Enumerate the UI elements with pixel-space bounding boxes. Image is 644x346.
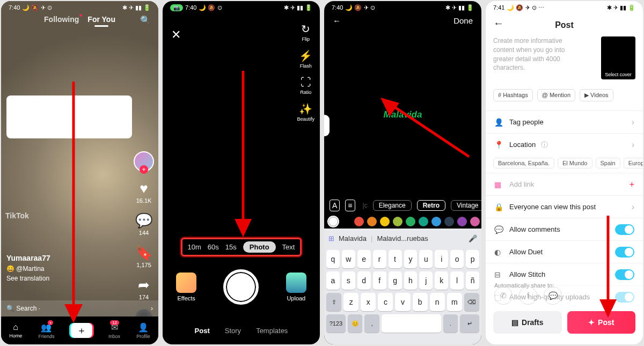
key[interactable]: u — [419, 250, 433, 268]
tab-post[interactable]: Post — [195, 327, 210, 335]
opt-add-link[interactable]: ▦Add link+ — [486, 173, 643, 195]
key[interactable]: l — [450, 271, 464, 290]
tab-story[interactable]: Story — [225, 327, 241, 335]
key[interactable]: . — [443, 314, 458, 333]
opt-tag-people[interactable]: 👤Tag people› — [486, 111, 643, 133]
color-swatch[interactable] — [341, 217, 351, 226]
key[interactable]: r — [373, 250, 386, 268]
key[interactable]: ?123 — [326, 314, 346, 333]
align-icon[interactable]: ≡ — [345, 200, 355, 211]
suggestion-1[interactable]: Malavida — [339, 234, 367, 242]
author-avatar[interactable]: + — [134, 151, 154, 172]
nav-profile[interactable]: 👤Profile — [136, 322, 150, 339]
key[interactable]: c — [378, 293, 393, 311]
post-button[interactable]: ✦ Post — [567, 311, 636, 334]
key[interactable]: f — [373, 271, 386, 290]
opt-comments[interactable]: 💬Allow comments — [486, 218, 643, 240]
close-icon[interactable]: ✕ — [171, 28, 181, 42]
location-chip[interactable]: Spain — [596, 158, 620, 168]
mode-15s[interactable]: 15s — [225, 243, 237, 251]
beautify-button[interactable]: ✨Beautify — [297, 102, 314, 122]
drafts-button[interactable]: ▤ Drafts — [493, 311, 562, 334]
key[interactable]: v — [395, 293, 410, 311]
text-style-icon[interactable]: A — [330, 200, 340, 211]
key[interactable]: h — [404, 271, 418, 290]
nav-create[interactable]: ＋ — [71, 323, 92, 338]
done-button[interactable]: Done — [453, 16, 473, 25]
key[interactable]: q — [326, 250, 340, 268]
font-elegance[interactable]: Elegance — [373, 200, 412, 211]
font-vintage[interactable]: Vintage — [451, 200, 481, 211]
opt-duet[interactable]: ◐Allow Duet — [486, 240, 643, 263]
key[interactable]: g — [389, 271, 402, 290]
caption-input[interactable]: Create more informative content when you… — [493, 36, 579, 72]
color-swatch[interactable] — [444, 217, 454, 226]
flip-button[interactable]: ↻Flip — [301, 23, 310, 42]
location-chip[interactable]: El Mundo — [558, 158, 592, 168]
key[interactable]: o — [450, 250, 464, 268]
share-whatsapp-icon[interactable]: ✆ — [494, 286, 513, 305]
mode-10m[interactable]: 10m — [188, 243, 201, 251]
key[interactable]: j — [419, 271, 433, 290]
color-swatch[interactable] — [457, 217, 467, 226]
key[interactable]: a — [326, 271, 340, 290]
select-cover[interactable]: Select cover — [601, 36, 635, 79]
location-chip[interactable]: Europa — [624, 158, 643, 168]
key[interactable]: 😊 — [348, 314, 363, 333]
color-swatch[interactable] — [419, 217, 428, 226]
key[interactable]: ⇧ — [326, 293, 341, 311]
tab-foryou[interactable]: For You — [87, 15, 115, 24]
color-swatch[interactable] — [470, 217, 480, 226]
color-swatch[interactable] — [328, 217, 338, 226]
chip-mention[interactable]: @ Mention — [537, 89, 575, 101]
color-swatch[interactable] — [367, 217, 377, 226]
search-icon[interactable]: 🔍 — [140, 15, 151, 25]
opt-privacy[interactable]: 🔒Everyone can view this post› — [486, 195, 643, 218]
key[interactable]: n — [430, 293, 445, 311]
key[interactable]: z — [343, 293, 358, 311]
key[interactable]: w — [342, 250, 355, 268]
nav-friends[interactable]: 👥Friends• — [38, 322, 54, 339]
font-retro[interactable]: Retro — [417, 200, 445, 211]
key[interactable]: p — [466, 250, 479, 268]
color-swatch[interactable] — [393, 217, 402, 226]
nav-inbox[interactable]: ✉Inbox12 — [108, 322, 120, 339]
key[interactable]: b — [413, 293, 428, 311]
upload-button[interactable]: Upload — [286, 273, 306, 301]
share-facebook-icon[interactable]: f — [519, 286, 537, 305]
suggestion-2[interactable]: Malavid...ruebas — [377, 234, 428, 242]
chip-videos[interactable]: ▶ Videos — [580, 89, 613, 101]
key[interactable]: t — [389, 250, 402, 268]
color-swatch[interactable] — [406, 217, 415, 226]
color-swatch[interactable] — [354, 217, 364, 226]
key[interactable]: d — [357, 271, 371, 290]
key[interactable]: i — [435, 250, 448, 268]
effects-button[interactable]: Effects — [176, 273, 196, 301]
color-swatch[interactable] — [380, 217, 390, 226]
share-message-icon[interactable]: 💬 — [544, 286, 562, 305]
mic-icon[interactable]: 🎤 — [469, 234, 477, 242]
search-chip[interactable]: 🔍 Search ·› — [1, 300, 158, 316]
key[interactable]: x — [361, 293, 376, 311]
flash-button[interactable]: ⚡Flash — [299, 49, 312, 69]
save-button[interactable]: 🔖1,175 — [136, 245, 152, 268]
ratio-button[interactable]: ⛶Ratio — [300, 76, 311, 95]
share-button[interactable]: ➦174 — [136, 277, 152, 300]
key[interactable]: ⌫ — [464, 293, 479, 311]
like-button[interactable]: ♥16.1K — [136, 180, 152, 204]
back-icon[interactable]: ← — [333, 16, 341, 25]
key[interactable]: , — [364, 314, 379, 333]
nav-home[interactable]: ⌂Home — [9, 322, 22, 338]
mode-60s[interactable]: 60s — [208, 243, 219, 251]
tab-following[interactable]: Following — [44, 15, 79, 24]
key[interactable]: m — [447, 293, 462, 311]
opt-location[interactable]: 📍Location ⓘ› — [486, 133, 643, 156]
shutter-button[interactable] — [223, 269, 259, 305]
color-swatch[interactable] — [431, 217, 441, 226]
location-chip[interactable]: Barcelona, España. — [493, 158, 554, 168]
text-overlay[interactable]: Malavida — [384, 109, 422, 120]
key[interactable]: e — [357, 250, 371, 268]
feed-video[interactable]: TikTok + ♥16.1K 💬144 🔖1,175 ➦174 Yumaara… — [1, 1, 158, 316]
key[interactable]: s — [342, 271, 355, 290]
tab-templates[interactable]: Templates — [256, 327, 288, 335]
